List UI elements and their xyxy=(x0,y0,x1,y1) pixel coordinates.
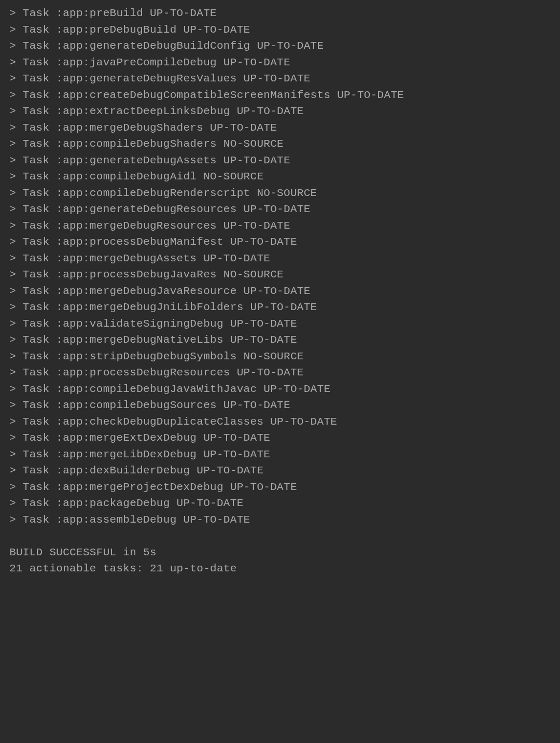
task-line: > Task :app:dexBuilderDebug UP-TO-DATE xyxy=(9,462,551,479)
task-line: > Task :app:generateDebugResources UP-TO… xyxy=(9,201,551,218)
task-line: > Task :app:assembleDebug UP-TO-DATE xyxy=(9,512,551,528)
task-line: > Task :app:mergeDebugShaders UP-TO-DATE xyxy=(9,120,551,136)
blank-line xyxy=(9,528,551,544)
task-line: > Task :app:compileDebugRenderscript NO-… xyxy=(9,185,551,202)
task-line: > Task :app:compileDebugSources UP-TO-DA… xyxy=(9,397,551,414)
task-line: > Task :app:generateDebugAssets UP-TO-DA… xyxy=(9,152,551,169)
task-line: > Task :app:processDebugJavaRes NO-SOURC… xyxy=(9,267,551,283)
task-line: > Task :app:mergeLibDexDebug UP-TO-DATE xyxy=(9,446,551,463)
build-result-line: BUILD SUCCESSFUL in 5s xyxy=(9,544,551,561)
task-line: > Task :app:processDebugManifest UP-TO-D… xyxy=(9,234,551,250)
task-line: > Task :app:extractDeepLinksDebug UP-TO-… xyxy=(9,103,551,120)
task-line: > Task :app:preDebugBuild UP-TO-DATE xyxy=(9,22,551,38)
task-line: > Task :app:compileDebugAidl NO-SOURCE xyxy=(9,169,551,185)
task-line: > Task :app:compileDebugShaders NO-SOURC… xyxy=(9,136,551,152)
task-line: > Task :app:stripDebugDebugSymbols NO-SO… xyxy=(9,348,551,365)
task-line: > Task :app:compileDebugJavaWithJavac UP… xyxy=(9,381,551,398)
task-line: > Task :app:javaPreCompileDebug UP-TO-DA… xyxy=(9,54,551,71)
task-line: > Task :app:mergeDebugNativeLibs UP-TO-D… xyxy=(9,332,551,348)
task-line: > Task :app:mergeProjectDexDebug UP-TO-D… xyxy=(9,479,551,496)
task-line: > Task :app:checkDebugDuplicateClasses U… xyxy=(9,414,551,430)
task-line: > Task :app:processDebugResources UP-TO-… xyxy=(9,365,551,381)
task-line: > Task :app:mergeDebugJavaResource UP-TO… xyxy=(9,283,551,300)
task-line: > Task :app:mergeExtDexDebug UP-TO-DATE xyxy=(9,430,551,446)
task-line: > Task :app:validateSigningDebug UP-TO-D… xyxy=(9,316,551,332)
task-line: > Task :app:mergeDebugAssets UP-TO-DATE xyxy=(9,250,551,267)
task-line: > Task :app:generateDebugResValues UP-TO… xyxy=(9,71,551,87)
task-line: > Task :app:mergeDebugJniLibFolders UP-T… xyxy=(9,299,551,316)
actionable-tasks-line: 21 actionable tasks: 21 up-to-date xyxy=(9,560,551,577)
task-line: > Task :app:createDebugCompatibleScreenM… xyxy=(9,87,551,104)
task-line: > Task :app:generateDebugBuildConfig UP-… xyxy=(9,38,551,54)
task-line: > Task :app:mergeDebugResources UP-TO-DA… xyxy=(9,218,551,234)
build-output: > Task :app:preBuild UP-TO-DATE> Task :a… xyxy=(9,5,551,577)
task-line: > Task :app:packageDebug UP-TO-DATE xyxy=(9,495,551,512)
task-line: > Task :app:preBuild UP-TO-DATE xyxy=(9,5,551,22)
